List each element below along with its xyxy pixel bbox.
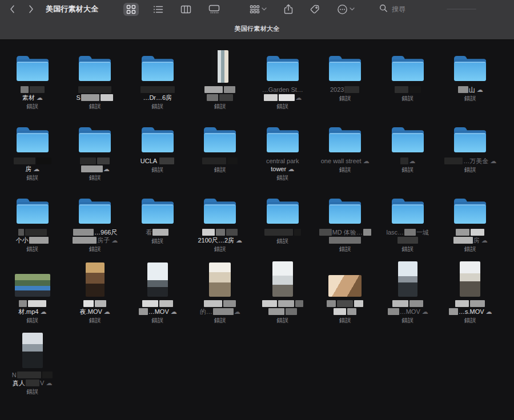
file-label-line xyxy=(20,86,45,94)
file-thumbnail xyxy=(15,262,50,297)
file-item[interactable]: UCLA 錯誤 xyxy=(126,120,189,191)
cloud-error-icon: ☁ xyxy=(409,158,415,165)
redaction-bar xyxy=(278,300,294,307)
file-label-line: MD 体验… xyxy=(319,228,372,236)
redaction-bar xyxy=(223,300,236,307)
file-label: …Garden St…☁ xyxy=(262,86,303,102)
file-item[interactable]: …Dr…6房錯誤 xyxy=(126,49,189,120)
file-label-text: 的… xyxy=(200,308,212,315)
file-label-text: 看 xyxy=(146,229,152,236)
folder-icon xyxy=(77,191,113,225)
folder-icon xyxy=(327,191,363,225)
list-view-icon xyxy=(153,5,163,14)
file-item[interactable]: 2023錯誤 xyxy=(314,49,377,120)
grid-row: 材.mp4 ☁錯誤夜.MOV ☁錯誤…MOV ☁錯誤的…☁錯誤錯誤錯誤…MOV … xyxy=(1,262,514,334)
redaction-bar xyxy=(142,300,158,307)
column-view-button[interactable] xyxy=(178,3,194,15)
file-label-line: …MOV ☁ xyxy=(387,308,428,316)
file-label-line xyxy=(138,300,177,308)
file-item[interactable]: one wall street ☁錯誤 xyxy=(314,120,377,191)
file-item[interactable]: 的…☁錯誤 xyxy=(189,262,252,334)
file-item[interactable]: 看錯誤 xyxy=(126,191,189,262)
sync-status-label: 錯誤 xyxy=(339,317,351,325)
file-item[interactable]: …MOV ☁錯誤 xyxy=(126,262,189,334)
file-item[interactable]: 房 ☁錯誤 xyxy=(1,120,64,191)
redaction-bar xyxy=(159,158,174,164)
cloud-error-icon: ☁ xyxy=(477,86,483,94)
redaction-bar xyxy=(73,237,97,244)
file-item[interactable]: …MOV ☁錯誤 xyxy=(376,262,439,334)
list-view-button[interactable] xyxy=(150,3,166,15)
redaction-bar xyxy=(279,94,295,101)
file-label-line: 山 ☁ xyxy=(457,86,483,94)
redaction-bar xyxy=(21,86,29,93)
chevron-down-icon xyxy=(350,7,355,11)
video-thumbnail-image xyxy=(86,262,105,297)
file-item[interactable]: …Garden St…☁錯誤 xyxy=(251,49,314,120)
file-label-text: 山 xyxy=(469,86,477,93)
search-field[interactable] xyxy=(379,4,476,15)
image-thumbnail-image xyxy=(211,50,228,83)
file-item[interactable]: lasc…一城錯誤 xyxy=(376,191,439,262)
folder-icon xyxy=(14,120,51,154)
redaction-bar xyxy=(471,229,484,236)
file-item[interactable]: 錯誤 xyxy=(189,49,252,120)
cloud-error-icon: ☁ xyxy=(486,308,492,316)
file-item[interactable]: S錯誤 xyxy=(64,49,127,120)
file-item[interactable]: 錯誤 xyxy=(251,262,314,334)
file-label-line xyxy=(453,228,488,236)
folder-icon xyxy=(452,120,488,154)
file-label-line xyxy=(319,236,372,244)
file-item[interactable]: 錯誤 xyxy=(189,120,252,191)
file-item[interactable]: 夜.MOV ☁錯誤 xyxy=(64,262,127,334)
search-icon xyxy=(379,4,388,15)
icon-view-button[interactable] xyxy=(123,3,139,16)
gallery-view-button[interactable] xyxy=(206,3,223,15)
file-label: lasc…一城 xyxy=(386,228,429,244)
file-item[interactable]: 錯誤 xyxy=(251,191,314,262)
file-label: N真人V ☁ xyxy=(12,371,53,387)
file-item[interactable]: MD 体验…錯誤 xyxy=(314,191,377,262)
file-label-line xyxy=(387,300,428,308)
more-actions-button[interactable] xyxy=(334,2,358,17)
file-label-line: 素材 ☁ xyxy=(20,94,45,102)
share-button[interactable] xyxy=(281,2,296,16)
forward-button[interactable] xyxy=(24,3,38,15)
file-item[interactable]: ☁錯誤 xyxy=(376,120,439,191)
file-label-line xyxy=(386,236,429,244)
sync-status-label: 錯誤 xyxy=(214,166,226,174)
file-item[interactable]: 山 ☁錯誤 xyxy=(439,49,502,120)
file-item[interactable]: 个小錯誤 xyxy=(1,191,64,262)
grid-view-icon xyxy=(126,5,136,14)
file-item[interactable]: …966尺房子 ☁錯誤 xyxy=(64,191,127,262)
redaction-bar xyxy=(202,158,226,164)
file-item[interactable]: central parktower ☁錯誤 xyxy=(251,120,314,191)
file-item[interactable]: 材.mp4 ☁錯誤 xyxy=(1,262,64,334)
redaction-bar xyxy=(264,229,293,236)
file-item[interactable]: 素材 ☁錯誤 xyxy=(1,49,64,120)
back-button[interactable] xyxy=(6,3,19,15)
group-button[interactable] xyxy=(247,3,270,15)
redaction-bar xyxy=(29,237,49,244)
file-label-line xyxy=(18,300,47,308)
redaction-bar xyxy=(159,300,173,307)
tags-button[interactable] xyxy=(307,3,323,16)
file-item[interactable]: ☁錯誤 xyxy=(64,120,127,191)
file-item[interactable]: …万美金 ☁錯誤 xyxy=(439,120,502,191)
file-thumbnail xyxy=(460,262,480,297)
folder-icon xyxy=(139,191,176,225)
file-item[interactable]: 錯誤 xyxy=(376,49,439,120)
file-label-line xyxy=(200,300,240,308)
redaction-bar xyxy=(319,229,332,236)
file-item[interactable]: 2100尺…2房 ☁錯誤 xyxy=(189,191,252,262)
file-item[interactable]: 房 ☁錯誤 xyxy=(439,191,502,262)
sync-status-label: 錯誤 xyxy=(26,388,38,396)
file-label: 素材 ☁ xyxy=(20,86,45,102)
file-item[interactable]: 錯誤 xyxy=(314,262,377,334)
file-item[interactable]: N真人V ☁錯誤 xyxy=(1,334,64,405)
file-item[interactable]: …s.MOV ☁錯誤 xyxy=(439,262,502,334)
toolbar: 美国行素材大全 xyxy=(0,0,514,18)
search-input[interactable] xyxy=(391,5,445,14)
grid-row: N真人V ☁錯誤 xyxy=(1,334,514,405)
file-label-line: UCLA xyxy=(140,157,175,165)
